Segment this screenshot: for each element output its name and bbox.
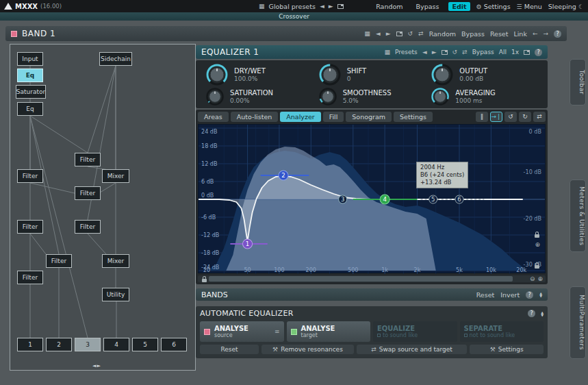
detach-window-icon[interactable] xyxy=(442,50,448,55)
next-icon[interactable]: ► xyxy=(386,30,391,37)
eq-all-button[interactable]: All xyxy=(499,49,507,55)
plot-h-scrollbar[interactable]: ⊖ ⊕ xyxy=(198,275,546,282)
zoom-out-icon[interactable]: ⊖ xyxy=(530,275,535,282)
node-output-2[interactable]: 2 xyxy=(46,338,72,351)
graph-h-scrollbar[interactable]: ◄► xyxy=(92,363,101,369)
swap-source-target-button[interactable]: ⇄Swap source and target xyxy=(357,345,468,354)
copy-paste-icon[interactable]: ⇄ xyxy=(462,49,468,55)
eq-plot[interactable]: 1 2 3 4 5 6 24 dB xyxy=(198,124,546,273)
node-input[interactable]: Input xyxy=(17,52,43,66)
band-bypass-button[interactable]: Bypass xyxy=(461,30,485,38)
grid-icon[interactable]: ▦ xyxy=(259,3,265,10)
output-knob[interactable] xyxy=(431,63,454,86)
node-filter[interactable]: Filter xyxy=(17,220,43,234)
smoothness-knob[interactable] xyxy=(318,87,337,106)
node-filter[interactable]: Filter xyxy=(75,153,101,166)
side-tab-toolbar[interactable]: Toolbar xyxy=(570,59,586,105)
node-mixer[interactable]: Mixer xyxy=(102,169,129,183)
eq-scale-button[interactable]: 1x xyxy=(511,49,519,55)
tab-analyzer[interactable]: Analyzer xyxy=(280,112,320,122)
grid-icon[interactable]: ▦ xyxy=(384,49,390,55)
routing-graph-panel[interactable]: Input Sidechain Eq Saturator Eq Filter F… xyxy=(10,44,196,371)
separate-button[interactable]: SEPARATE not to sound like xyxy=(460,321,544,342)
grid-icon[interactable]: ▦ xyxy=(364,30,370,37)
tab-fill[interactable]: Fill xyxy=(323,112,344,122)
lock-icon[interactable] xyxy=(535,265,539,269)
undo-icon[interactable]: ↺ xyxy=(408,30,413,37)
node-filter[interactable]: Filter xyxy=(17,169,43,183)
bands-section-header[interactable]: BANDS Reset Invert ? ▲▼ xyxy=(196,288,548,301)
lock-icon[interactable] xyxy=(202,279,207,282)
copy-paste-icon[interactable]: ⇄ xyxy=(418,30,424,37)
pause-icon[interactable]: ‖ xyxy=(476,112,488,122)
node-filter[interactable]: Filter xyxy=(75,220,101,234)
settings-button[interactable]: ⚙ Settings xyxy=(476,3,511,10)
next-preset-icon[interactable]: ► xyxy=(329,3,333,10)
equalize-button[interactable]: EQUALIZE to sound like xyxy=(373,321,457,342)
help-icon[interactable]: ? xyxy=(535,49,542,56)
node-filter[interactable]: Filter xyxy=(17,271,43,284)
side-tab-multiparameters[interactable]: MultiParameters xyxy=(570,286,586,359)
node-sidechain[interactable]: Sidechain xyxy=(99,52,132,66)
loop-icon[interactable]: ↻ xyxy=(519,112,531,122)
prev-icon[interactable]: ◄ xyxy=(422,49,427,55)
node-mixer[interactable]: Mixer xyxy=(102,254,129,268)
zoom-in-icon[interactable]: ⊕ xyxy=(535,241,540,248)
band-random-button[interactable]: Random xyxy=(429,30,456,38)
bands-invert-button[interactable]: Invert xyxy=(500,291,520,299)
tab-areas[interactable]: Areas xyxy=(198,112,229,122)
global-presets-button[interactable]: Global presets xyxy=(269,3,316,10)
edit-mode-button[interactable]: Edit xyxy=(448,2,470,11)
prev-preset-icon[interactable]: ◄ xyxy=(320,3,324,10)
help-icon[interactable]: ? xyxy=(554,30,561,38)
collapse-spinner-icon[interactable]: ▲▼ xyxy=(539,292,542,297)
presets-button[interactable]: Presets xyxy=(395,49,418,55)
lock-icon[interactable] xyxy=(535,234,539,238)
prev-icon[interactable]: ◄ xyxy=(376,30,381,37)
analyse-target-button[interactable]: ANALYSE target xyxy=(287,321,371,342)
tab-auto-listen[interactable]: Auto-listen xyxy=(231,112,278,122)
detach-window-icon[interactable] xyxy=(337,4,344,9)
eq-bypass-button[interactable]: Bypass xyxy=(472,49,494,55)
back-arrow-icon[interactable]: ← xyxy=(533,30,538,37)
randomize-button[interactable]: Random xyxy=(372,2,406,11)
node-output-6[interactable]: 6 xyxy=(161,338,187,351)
shift-knob[interactable] xyxy=(318,63,342,86)
tab-sonogram[interactable]: Sonogram xyxy=(346,112,392,122)
auto-eq-settings-button[interactable]: ⚒Settings xyxy=(470,345,544,354)
saturation-knob[interactable] xyxy=(205,87,225,106)
collapse-spinner-icon[interactable]: ▲▼ xyxy=(541,311,544,316)
node-output-5[interactable]: 5 xyxy=(132,338,158,351)
menu-button[interactable]: ☰ Menu xyxy=(517,3,542,10)
remove-resonances-button[interactable]: ⚒Remove resonances xyxy=(261,345,354,354)
crossover-tab[interactable]: Crossover xyxy=(0,12,588,21)
menu-handle-icon[interactable]: ≡ xyxy=(274,328,280,335)
forward-arrow-icon[interactable]: → xyxy=(543,30,548,37)
node-output-4[interactable]: 4 xyxy=(103,338,129,351)
tab-settings[interactable]: Settings xyxy=(394,112,433,122)
analyse-source-button[interactable]: ANALYSE source ≡ xyxy=(200,321,284,342)
bands-reset-button[interactable]: Reset xyxy=(476,291,495,299)
node-output-3[interactable]: 3 xyxy=(75,338,101,351)
snap-to-edge-icon[interactable]: →❘ xyxy=(490,112,502,122)
band-link-button[interactable]: Link xyxy=(513,30,526,38)
node-eq-selected[interactable]: Eq xyxy=(17,69,43,82)
scrollbar-handle[interactable] xyxy=(209,276,513,282)
node-output-1[interactable]: 1 xyxy=(17,338,43,351)
node-saturator[interactable]: Saturator xyxy=(16,85,46,99)
node-filter[interactable]: Filter xyxy=(75,186,101,200)
node-eq[interactable]: Eq xyxy=(17,102,43,116)
undo-icon[interactable]: ↺ xyxy=(452,49,458,55)
node-utility[interactable]: Utility xyxy=(102,288,129,301)
zoom-in-icon[interactable]: ⊕ xyxy=(537,275,543,282)
auto-eq-reset-button[interactable]: Reset xyxy=(200,345,259,354)
side-tab-meters-utilities[interactable]: Meters & Utilities xyxy=(570,179,586,252)
sleeping-toggle[interactable]: Sleeping ☾ xyxy=(548,3,584,10)
band-color-swatch[interactable] xyxy=(11,31,17,37)
help-icon[interactable]: ? xyxy=(526,291,533,299)
dry-wet-knob[interactable] xyxy=(205,63,229,86)
averaging-knob[interactable] xyxy=(431,87,450,106)
band-reset-button[interactable]: Reset xyxy=(490,30,509,38)
detach-window-icon[interactable] xyxy=(396,32,402,36)
node-filter[interactable]: Filter xyxy=(46,254,72,268)
